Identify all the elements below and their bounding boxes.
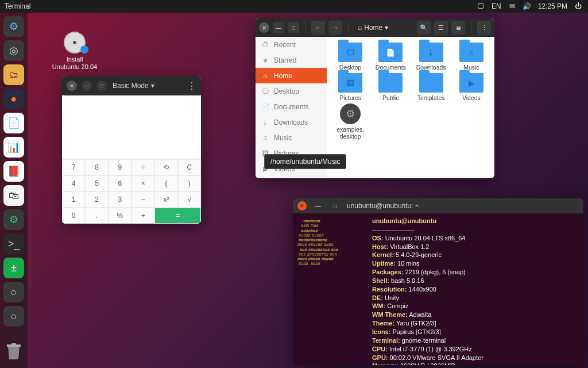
minimize-icon[interactable]: —: [82, 80, 92, 91]
chevron-down-icon: ▾: [385, 24, 388, 32]
calc-key-×[interactable]: ×: [131, 175, 154, 191]
back-button[interactable]: ←: [311, 21, 325, 34]
files-window: ✕ — □ ← → ⌂ Home ▾ 🔍 ☰ ≣ ⋮ ⏱Recent★Starr…: [256, 18, 494, 178]
calc-key-4[interactable]: 4: [62, 175, 85, 191]
home-icon: ⌂: [261, 72, 269, 80]
folder-documents[interactable]: 📄Documents: [371, 43, 410, 71]
calculator-icon[interactable]: ±: [3, 258, 24, 278]
path-bar[interactable]: ⌂ Home ▾: [354, 24, 392, 32]
writer-icon[interactable]: 📄: [3, 113, 24, 133]
search-button[interactable]: 🔍: [417, 21, 431, 34]
sidebar-item-documents[interactable]: 📄Documents: [256, 99, 327, 114]
terminal-window: ✕ — □ unubuntu@unubuntu: ~ ####### ##O O…: [293, 198, 583, 365]
calc-key-0[interactable]: 0: [62, 208, 85, 224]
tweaks-icon[interactable]: ⚙: [3, 209, 24, 230]
folder-public[interactable]: Public: [371, 73, 410, 101]
sidebar-item-starred[interactable]: ★Starred: [256, 52, 327, 68]
calc-key-9[interactable]: 9: [109, 159, 131, 175]
sidebar-item-recent[interactable]: ⏱Recent: [256, 37, 327, 52]
mail-icon[interactable]: ✉: [508, 2, 516, 10]
calc-key-2[interactable]: 2: [85, 191, 108, 208]
calc-key-)[interactable]: ): [178, 175, 201, 191]
calc-key-=[interactable]: =: [154, 208, 201, 224]
view-grid-button[interactable]: ☰: [434, 21, 448, 34]
music-icon: ♫: [261, 134, 269, 142]
calc-sheet-icon[interactable]: 📊: [3, 137, 24, 158]
chevron-down-icon: ▾: [151, 82, 154, 90]
calc-key-7[interactable]: 7: [62, 159, 85, 175]
hamburger-menu-icon[interactable]: ⋮: [477, 21, 491, 34]
minimize-icon[interactable]: —: [273, 22, 284, 33]
calc-key-+[interactable]: +: [131, 208, 154, 224]
maximize-icon[interactable]: □: [288, 22, 299, 33]
launcher-dock: ⚙◎🗂●📄📊📕🛍⚙>_±○○: [0, 13, 28, 368]
documents-icon: 📄: [261, 103, 269, 111]
maximize-icon[interactable]: □: [96, 80, 107, 91]
folder-videos[interactable]: ▶Videos: [452, 73, 491, 101]
calc-key-6[interactable]: 6: [109, 175, 131, 191]
maximize-icon[interactable]: □: [330, 200, 341, 212]
calculator-window: ✕ — □ Basic Mode ▾ ⋮ 789÷⟲C456×()123−x²√…: [62, 76, 201, 224]
mode-dropdown[interactable]: Basic Mode ▾: [113, 82, 154, 90]
clock[interactable]: 12:25 PM: [538, 2, 567, 10]
examples-desktop-file[interactable]: ⚙examples. desktop: [331, 103, 370, 140]
calc-key-1[interactable]: 1: [62, 191, 85, 208]
terminal-output[interactable]: ####### ##O O## ####### ##### ##### ####…: [293, 213, 583, 365]
folder-downloads[interactable]: ⭳Downloads: [412, 43, 451, 71]
files-titlebar[interactable]: ✕ — □ ← → ⌂ Home ▾ 🔍 ☰ ≣ ⋮: [256, 18, 494, 37]
calculator-display[interactable]: [62, 95, 201, 159]
keyboard-lang[interactable]: EN: [492, 2, 501, 10]
sidebar-item-music[interactable]: ♫Music: [256, 130, 327, 145]
calc-key-⟲[interactable]: ⟲: [154, 159, 177, 175]
terminal-icon[interactable]: >_: [3, 233, 24, 254]
calc-key-8[interactable]: 8: [85, 159, 108, 175]
sidebar-item-desktop[interactable]: 🖵Desktop: [256, 83, 327, 99]
desktop-icon: 🖵: [261, 87, 269, 95]
calc-key-−[interactable]: −: [131, 191, 154, 208]
install-label-1: Install: [52, 56, 98, 63]
installer-icon[interactable]: ◎: [3, 40, 24, 61]
forward-button[interactable]: →: [328, 21, 342, 34]
terminal-titlebar[interactable]: ✕ — □ unubuntu@unubuntu: ~: [293, 198, 583, 213]
settings-icon[interactable]: ⚙: [3, 16, 24, 37]
power-icon[interactable]: ⏻: [574, 2, 582, 10]
sidebar-item-downloads[interactable]: ⭳Downloads: [256, 114, 327, 130]
close-icon[interactable]: ✕: [297, 201, 307, 210]
close-icon[interactable]: ✕: [259, 22, 269, 33]
hamburger-menu-icon[interactable]: ⋮: [187, 80, 196, 91]
install-label-2: Unubuntu 20.04: [52, 63, 98, 71]
calc-key-([interactable]: (: [154, 175, 177, 191]
path-tooltip: /home/unubuntu/Music: [264, 154, 346, 169]
folder-templates[interactable]: Templates: [412, 73, 451, 101]
screen-icon[interactable]: 🖵: [477, 2, 485, 10]
recent-icon: ⏱: [261, 41, 269, 49]
sidebar-item-home[interactable]: ⌂Home: [256, 68, 327, 83]
folder-music[interactable]: ♫Music: [452, 43, 491, 71]
calculator-keypad: 789÷⟲C456×()123−x²√0.%+=: [62, 159, 201, 224]
calc-key-√[interactable]: √: [178, 191, 201, 208]
software-icon[interactable]: 🛍: [3, 185, 24, 206]
files-icon[interactable]: 🗂: [3, 64, 24, 85]
firefox-icon[interactable]: ●: [3, 89, 24, 109]
calc-key-3[interactable]: 3: [109, 191, 131, 208]
calculator-titlebar[interactable]: ✕ — □ Basic Mode ▾ ⋮: [62, 76, 201, 95]
calc-key-%[interactable]: %: [109, 208, 131, 224]
volume-icon[interactable]: 🔊: [523, 2, 531, 10]
app1-icon[interactable]: ○: [3, 282, 24, 302]
calc-key-.[interactable]: .: [85, 208, 108, 224]
close-icon[interactable]: ✕: [67, 80, 77, 91]
neofetch-logo: ####### ##O O## ####### ##### ##### ####…: [297, 217, 372, 362]
trash-icon[interactable]: [3, 342, 24, 362]
active-app-label: Terminal: [5, 2, 30, 10]
calc-key-x²[interactable]: x²: [154, 191, 177, 208]
view-list-button[interactable]: ≣: [451, 21, 465, 34]
folder-pictures[interactable]: 🖼Pictures: [331, 73, 370, 101]
minimize-icon[interactable]: —: [312, 200, 324, 212]
install-desktop-icon[interactable]: Install Unubuntu 20.04: [52, 32, 98, 71]
folder-desktop[interactable]: 🖵Desktop: [331, 43, 370, 71]
calc-key-÷[interactable]: ÷: [131, 159, 154, 175]
impress-icon[interactable]: 📕: [3, 161, 24, 182]
app2-icon[interactable]: ○: [3, 306, 24, 327]
calc-key-5[interactable]: 5: [85, 175, 108, 191]
calc-key-C[interactable]: C: [178, 159, 201, 175]
